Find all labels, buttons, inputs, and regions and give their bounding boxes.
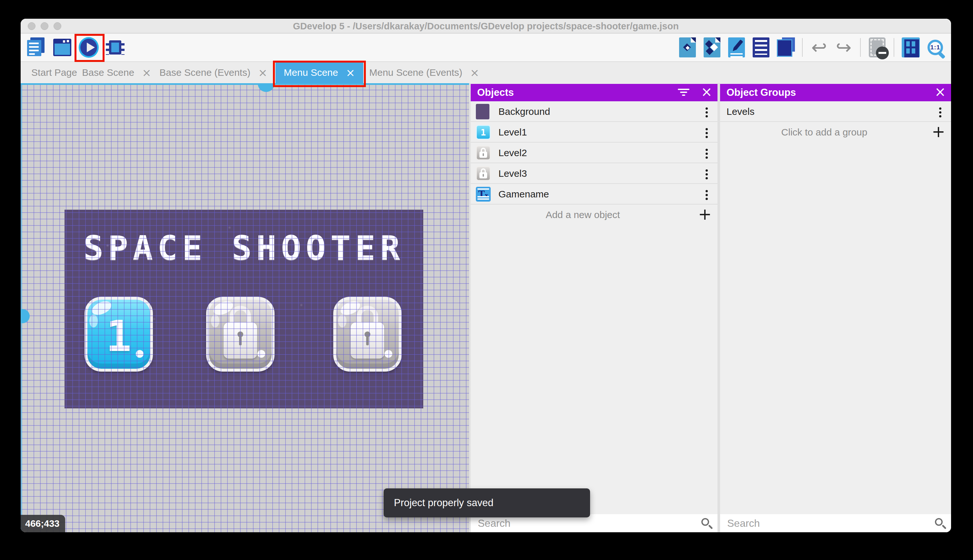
objects-panel-title: Objects: [477, 84, 514, 101]
plus-icon[interactable]: [698, 205, 712, 225]
tab-label: Start Page: [31, 67, 77, 78]
window-title: GDevelop 5 - /Users/dkarakay/Documents/G…: [21, 19, 951, 33]
grid-icon: [902, 37, 920, 57]
objects-editor-icon: [679, 37, 696, 57]
game-title-text-object[interactable]: SPACE SHOOTER: [65, 228, 423, 268]
kebab-menu-icon[interactable]: [706, 169, 708, 172]
button-dot: [136, 350, 143, 358]
layers-icon: [776, 37, 795, 57]
objects-panel: Objects Background 1 Level1 Level2: [471, 83, 718, 532]
button-dot: [385, 350, 392, 358]
close-icon[interactable]: [935, 84, 946, 101]
add-object-label: Add a new object: [471, 205, 695, 225]
object-label: Level3: [498, 163, 527, 184]
level1-button-object[interactable]: 1: [85, 297, 153, 372]
mask-button[interactable]: [867, 37, 887, 58]
save-toast: Project properly saved: [383, 488, 590, 517]
button-dot: [257, 350, 265, 358]
object-groups-list: Levels Click to add a group: [720, 101, 951, 143]
tab-menu-scene-events[interactable]: Menu Scene (Events)×: [363, 62, 485, 83]
kebab-menu-icon[interactable]: [706, 128, 708, 130]
color-swatch-thumbnail: [476, 104, 490, 119]
zoom-1-1-icon: 1:1: [928, 40, 943, 55]
kebab-menu-icon[interactable]: [706, 149, 708, 151]
add-group-row[interactable]: Click to add a group: [720, 122, 951, 143]
toolbar-right-group: 1:1: [678, 33, 945, 61]
tab-start-page[interactable]: Start Page: [27, 62, 82, 83]
undo-button[interactable]: [809, 37, 829, 58]
mask-icon: [869, 37, 886, 57]
main-area: SPACE SHOOTER 1: [21, 83, 951, 532]
kebab-menu-icon[interactable]: [706, 107, 708, 110]
group-row-levels[interactable]: Levels: [720, 101, 951, 122]
vertical-scrollbar-thumb[interactable]: [21, 309, 30, 323]
annotation-red-box-play: [75, 34, 105, 62]
objects-editor-button[interactable]: [678, 37, 698, 58]
tab-close-icon[interactable]: ×: [258, 68, 267, 77]
redo-button[interactable]: [834, 37, 854, 58]
plus-icon[interactable]: [932, 122, 945, 143]
undo-icon: [811, 37, 827, 58]
lock-icon: [350, 305, 385, 358]
object-label: Background: [498, 101, 550, 122]
object-row-level1[interactable]: 1 Level1: [471, 122, 718, 143]
grid-button[interactable]: [901, 37, 921, 58]
level2-button-object[interactable]: [206, 297, 275, 372]
tab-label: Menu Scene (Events): [369, 67, 462, 78]
cursor-coordinates-badge: 466;433: [21, 515, 65, 532]
horizontal-scrollbar-thumb[interactable]: [258, 83, 275, 92]
close-icon[interactable]: [701, 84, 712, 101]
object-label: Level2: [498, 143, 527, 163]
zoom-1-1-button[interactable]: 1:1: [925, 37, 945, 58]
properties-button[interactable]: [726, 37, 746, 58]
object-groups-panel-title: Object Groups: [726, 84, 796, 101]
instances-list-button[interactable]: [751, 37, 771, 58]
objects-list: Background 1 Level1 Level2 Level3: [471, 101, 718, 225]
toolbar-divider: [894, 38, 894, 57]
object-row-background[interactable]: Background: [471, 101, 718, 122]
object-groups-editor-button[interactable]: [702, 37, 722, 58]
button-gloss: [211, 315, 219, 327]
add-object-row[interactable]: Add a new object: [471, 205, 718, 225]
scene-editor-canvas[interactable]: SPACE SHOOTER 1: [21, 83, 469, 532]
title-bar: GDevelop 5 - /Users/dkarakay/Documents/G…: [21, 19, 951, 33]
text-object-thumbnail: Tx: [476, 187, 491, 202]
layers-button[interactable]: [776, 37, 796, 58]
filter-icon[interactable]: [678, 89, 690, 97]
tab-close-icon[interactable]: ×: [142, 68, 151, 77]
kebab-menu-icon[interactable]: [939, 107, 941, 110]
editor-tab-bar: Start Page Base Scene× Base Scene (Event…: [21, 62, 951, 83]
horizontal-scrollbar[interactable]: [21, 83, 469, 85]
project-manager-icon-front: [27, 40, 41, 56]
toolbar-divider: [860, 38, 861, 57]
scene-window-icon[interactable]: [52, 37, 72, 58]
panel-divider[interactable]: [718, 83, 720, 532]
tab-base-scene[interactable]: Base Scene×: [82, 62, 151, 83]
objects-panel-header: Objects: [471, 84, 718, 101]
debugger-button[interactable]: [105, 37, 125, 58]
object-groups-search-input[interactable]: [720, 514, 951, 532]
annotation-red-box-menu-scene-tab: [273, 61, 366, 87]
object-groups-panel: Object Groups Levels Click to add a grou…: [720, 83, 951, 532]
search-icon: [935, 518, 943, 526]
app-window: GDevelop 5 - /Users/dkarakay/Documents/G…: [21, 19, 951, 532]
locked-thumbnail: [476, 145, 491, 160]
tab-base-scene-events[interactable]: Base Scene (Events)×: [151, 62, 275, 83]
main-toolbar: 1:1: [21, 33, 951, 62]
object-groups-search-bar: [720, 514, 951, 532]
object-row-level2[interactable]: Level2: [471, 143, 718, 163]
locked-thumbnail: [476, 166, 491, 181]
vertical-scrollbar[interactable]: [21, 83, 22, 532]
tab-label: Base Scene: [82, 67, 134, 78]
project-manager-icon[interactable]: [26, 37, 46, 58]
object-row-gamename[interactable]: Tx Gamename: [471, 184, 718, 205]
tab-label: Base Scene (Events): [159, 67, 250, 78]
kebab-menu-icon[interactable]: [706, 190, 708, 192]
tab-close-icon[interactable]: ×: [470, 68, 480, 77]
scene-window-glyph: [53, 39, 71, 56]
object-groups-panel-header: Object Groups: [720, 84, 951, 101]
redo-icon: [836, 37, 852, 58]
level3-button-object[interactable]: [333, 297, 402, 372]
toolbar-divider: [802, 38, 803, 57]
object-row-level3[interactable]: Level3: [471, 163, 718, 184]
